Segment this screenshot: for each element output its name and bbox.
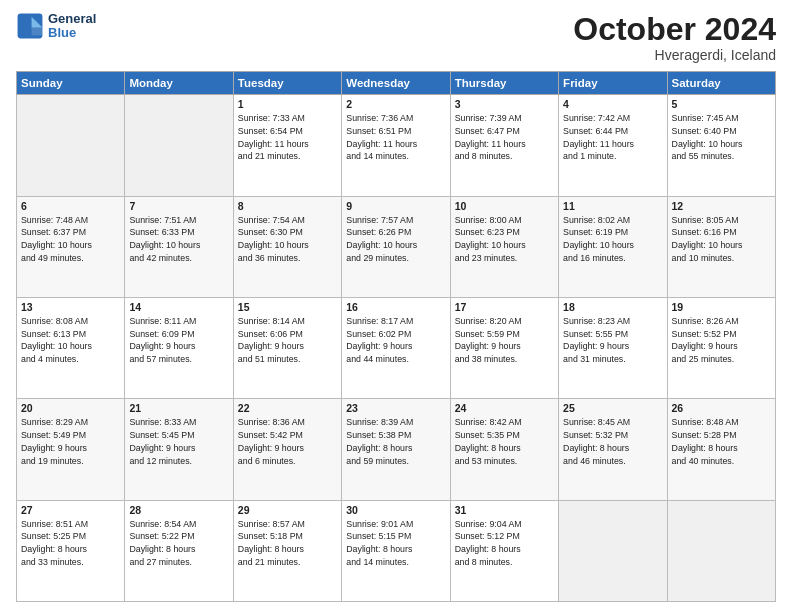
- day-number: 8: [238, 200, 337, 212]
- day-number: 20: [21, 402, 120, 414]
- day-cell: 23Sunrise: 8:39 AM Sunset: 5:38 PM Dayli…: [342, 399, 450, 500]
- col-header-sunday: Sunday: [17, 72, 125, 95]
- day-cell: 6Sunrise: 7:48 AM Sunset: 6:37 PM Daylig…: [17, 196, 125, 297]
- day-cell: 11Sunrise: 8:02 AM Sunset: 6:19 PM Dayli…: [559, 196, 667, 297]
- day-info: Sunrise: 8:36 AM Sunset: 5:42 PM Dayligh…: [238, 416, 337, 467]
- day-info: Sunrise: 7:51 AM Sunset: 6:33 PM Dayligh…: [129, 214, 228, 265]
- logo-icon: [16, 12, 44, 40]
- week-row-3: 13Sunrise: 8:08 AM Sunset: 6:13 PM Dayli…: [17, 297, 776, 398]
- day-cell: 17Sunrise: 8:20 AM Sunset: 5:59 PM Dayli…: [450, 297, 558, 398]
- col-header-saturday: Saturday: [667, 72, 775, 95]
- day-cell: 19Sunrise: 8:26 AM Sunset: 5:52 PM Dayli…: [667, 297, 775, 398]
- day-number: 13: [21, 301, 120, 313]
- day-cell: 16Sunrise: 8:17 AM Sunset: 6:02 PM Dayli…: [342, 297, 450, 398]
- day-cell: 12Sunrise: 8:05 AM Sunset: 6:16 PM Dayli…: [667, 196, 775, 297]
- svg-marker-2: [32, 28, 43, 36]
- day-info: Sunrise: 7:42 AM Sunset: 6:44 PM Dayligh…: [563, 112, 662, 163]
- day-info: Sunrise: 8:08 AM Sunset: 6:13 PM Dayligh…: [21, 315, 120, 366]
- day-info: Sunrise: 7:54 AM Sunset: 6:30 PM Dayligh…: [238, 214, 337, 265]
- day-number: 15: [238, 301, 337, 313]
- day-cell: 5Sunrise: 7:45 AM Sunset: 6:40 PM Daylig…: [667, 95, 775, 196]
- day-info: Sunrise: 8:45 AM Sunset: 5:32 PM Dayligh…: [563, 416, 662, 467]
- day-cell: 21Sunrise: 8:33 AM Sunset: 5:45 PM Dayli…: [125, 399, 233, 500]
- day-info: Sunrise: 8:11 AM Sunset: 6:09 PM Dayligh…: [129, 315, 228, 366]
- day-number: 3: [455, 98, 554, 110]
- day-info: Sunrise: 8:14 AM Sunset: 6:06 PM Dayligh…: [238, 315, 337, 366]
- calendar-table: SundayMondayTuesdayWednesdayThursdayFrid…: [16, 71, 776, 602]
- day-cell: 14Sunrise: 8:11 AM Sunset: 6:09 PM Dayli…: [125, 297, 233, 398]
- day-info: Sunrise: 8:02 AM Sunset: 6:19 PM Dayligh…: [563, 214, 662, 265]
- day-number: 29: [238, 504, 337, 516]
- day-number: 1: [238, 98, 337, 110]
- day-number: 28: [129, 504, 228, 516]
- day-cell: [125, 95, 233, 196]
- day-cell: 9Sunrise: 7:57 AM Sunset: 6:26 PM Daylig…: [342, 196, 450, 297]
- day-cell: [559, 500, 667, 601]
- day-number: 21: [129, 402, 228, 414]
- day-cell: 18Sunrise: 8:23 AM Sunset: 5:55 PM Dayli…: [559, 297, 667, 398]
- day-cell: 10Sunrise: 8:00 AM Sunset: 6:23 PM Dayli…: [450, 196, 558, 297]
- week-row-4: 20Sunrise: 8:29 AM Sunset: 5:49 PM Dayli…: [17, 399, 776, 500]
- day-cell: 2Sunrise: 7:36 AM Sunset: 6:51 PM Daylig…: [342, 95, 450, 196]
- day-info: Sunrise: 8:42 AM Sunset: 5:35 PM Dayligh…: [455, 416, 554, 467]
- col-header-friday: Friday: [559, 72, 667, 95]
- subtitle: Hveragerdi, Iceland: [573, 47, 776, 63]
- day-number: 9: [346, 200, 445, 212]
- day-cell: 8Sunrise: 7:54 AM Sunset: 6:30 PM Daylig…: [233, 196, 341, 297]
- title-block: October 2024 Hveragerdi, Iceland: [573, 12, 776, 63]
- logo: General Blue: [16, 12, 96, 41]
- day-cell: 26Sunrise: 8:48 AM Sunset: 5:28 PM Dayli…: [667, 399, 775, 500]
- week-row-2: 6Sunrise: 7:48 AM Sunset: 6:37 PM Daylig…: [17, 196, 776, 297]
- day-info: Sunrise: 8:48 AM Sunset: 5:28 PM Dayligh…: [672, 416, 771, 467]
- day-number: 30: [346, 504, 445, 516]
- day-number: 24: [455, 402, 554, 414]
- day-cell: 22Sunrise: 8:36 AM Sunset: 5:42 PM Dayli…: [233, 399, 341, 500]
- day-info: Sunrise: 8:05 AM Sunset: 6:16 PM Dayligh…: [672, 214, 771, 265]
- day-number: 31: [455, 504, 554, 516]
- day-info: Sunrise: 7:39 AM Sunset: 6:47 PM Dayligh…: [455, 112, 554, 163]
- header: General Blue October 2024 Hveragerdi, Ic…: [16, 12, 776, 63]
- day-info: Sunrise: 8:17 AM Sunset: 6:02 PM Dayligh…: [346, 315, 445, 366]
- day-cell: 24Sunrise: 8:42 AM Sunset: 5:35 PM Dayli…: [450, 399, 558, 500]
- day-number: 2: [346, 98, 445, 110]
- day-cell: [667, 500, 775, 601]
- day-number: 26: [672, 402, 771, 414]
- day-info: Sunrise: 8:33 AM Sunset: 5:45 PM Dayligh…: [129, 416, 228, 467]
- day-info: Sunrise: 8:26 AM Sunset: 5:52 PM Dayligh…: [672, 315, 771, 366]
- day-number: 16: [346, 301, 445, 313]
- week-row-5: 27Sunrise: 8:51 AM Sunset: 5:25 PM Dayli…: [17, 500, 776, 601]
- day-cell: 28Sunrise: 8:54 AM Sunset: 5:22 PM Dayli…: [125, 500, 233, 601]
- day-info: Sunrise: 7:48 AM Sunset: 6:37 PM Dayligh…: [21, 214, 120, 265]
- day-cell: 30Sunrise: 9:01 AM Sunset: 5:15 PM Dayli…: [342, 500, 450, 601]
- day-cell: [17, 95, 125, 196]
- day-number: 12: [672, 200, 771, 212]
- col-header-thursday: Thursday: [450, 72, 558, 95]
- day-number: 14: [129, 301, 228, 313]
- day-cell: 27Sunrise: 8:51 AM Sunset: 5:25 PM Dayli…: [17, 500, 125, 601]
- day-number: 6: [21, 200, 120, 212]
- day-info: Sunrise: 8:29 AM Sunset: 5:49 PM Dayligh…: [21, 416, 120, 467]
- day-info: Sunrise: 8:57 AM Sunset: 5:18 PM Dayligh…: [238, 518, 337, 569]
- day-cell: 7Sunrise: 7:51 AM Sunset: 6:33 PM Daylig…: [125, 196, 233, 297]
- col-header-monday: Monday: [125, 72, 233, 95]
- day-info: Sunrise: 7:36 AM Sunset: 6:51 PM Dayligh…: [346, 112, 445, 163]
- day-info: Sunrise: 7:57 AM Sunset: 6:26 PM Dayligh…: [346, 214, 445, 265]
- day-number: 4: [563, 98, 662, 110]
- day-info: Sunrise: 9:04 AM Sunset: 5:12 PM Dayligh…: [455, 518, 554, 569]
- day-number: 10: [455, 200, 554, 212]
- col-header-wednesday: Wednesday: [342, 72, 450, 95]
- day-number: 25: [563, 402, 662, 414]
- week-row-1: 1Sunrise: 7:33 AM Sunset: 6:54 PM Daylig…: [17, 95, 776, 196]
- day-info: Sunrise: 7:45 AM Sunset: 6:40 PM Dayligh…: [672, 112, 771, 163]
- day-number: 22: [238, 402, 337, 414]
- page: General Blue October 2024 Hveragerdi, Ic…: [0, 0, 792, 612]
- col-header-tuesday: Tuesday: [233, 72, 341, 95]
- day-info: Sunrise: 8:39 AM Sunset: 5:38 PM Dayligh…: [346, 416, 445, 467]
- day-info: Sunrise: 8:00 AM Sunset: 6:23 PM Dayligh…: [455, 214, 554, 265]
- day-info: Sunrise: 8:54 AM Sunset: 5:22 PM Dayligh…: [129, 518, 228, 569]
- day-cell: 4Sunrise: 7:42 AM Sunset: 6:44 PM Daylig…: [559, 95, 667, 196]
- month-title: October 2024: [573, 12, 776, 47]
- day-cell: 15Sunrise: 8:14 AM Sunset: 6:06 PM Dayli…: [233, 297, 341, 398]
- day-number: 19: [672, 301, 771, 313]
- day-cell: 3Sunrise: 7:39 AM Sunset: 6:47 PM Daylig…: [450, 95, 558, 196]
